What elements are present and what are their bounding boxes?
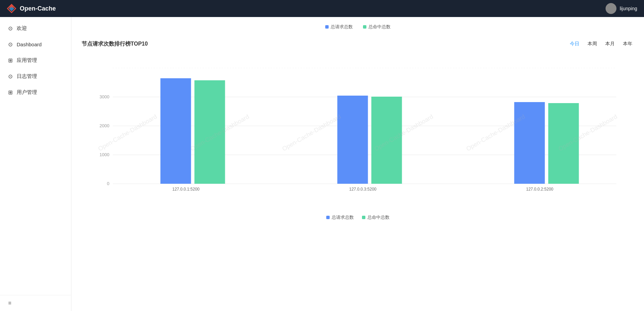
bottom-dot-hits xyxy=(362,216,365,219)
logo-icon xyxy=(7,4,16,13)
sidebar-label-log: 日志管理 xyxy=(17,73,37,80)
svg-text:127.0.0.1:5200: 127.0.0.1:5200 xyxy=(172,187,199,192)
filter-today[interactable]: 今日 xyxy=(568,40,581,48)
legend-label-requests: 总请求总数 xyxy=(331,24,353,30)
sidebar-label-welcome: 欢迎 xyxy=(17,25,27,32)
menu-icon: ≡ xyxy=(8,300,11,306)
bar-group2-requests xyxy=(337,96,368,184)
sidebar-item-app-management[interactable]: ⊞ 应用管理 xyxy=(0,52,71,68)
bottom-dot-requests xyxy=(326,216,330,219)
bar-group3-requests xyxy=(514,102,545,184)
sidebar-item-welcome[interactable]: ⊙ 欢迎 xyxy=(0,20,71,36)
legend-dot-hits xyxy=(363,25,366,29)
bottom-legend-hits: 总命中总数 xyxy=(362,214,390,220)
top-legend: 总请求总数 总命中总数 xyxy=(82,24,634,30)
chart-section: 节点请求次数排行榜TOP10 今日 本周 本月 本年 Open-Cache-Da… xyxy=(82,33,634,227)
chart-legend-bottom: 总请求总数 总命中总数 xyxy=(82,214,634,220)
filter-month[interactable]: 本月 xyxy=(604,40,616,48)
clock-icon: ⊙ xyxy=(8,25,13,32)
sidebar: ⊙ 欢迎 ⊙ Dashboard ⊞ 应用管理 ⊙ 日志管理 ⊞ 用户管理 ≡ xyxy=(0,17,71,311)
sidebar-item-user-management[interactable]: ⊞ 用户管理 xyxy=(0,84,71,100)
filter-year[interactable]: 本年 xyxy=(622,40,634,48)
svg-text:127.0.0.3:5200: 127.0.0.3:5200 xyxy=(349,187,376,192)
bar-chart-container: Open-Cache-Dashboard Open-Cache-Dashboar… xyxy=(82,54,634,211)
username: lijunping xyxy=(620,6,637,11)
sidebar-collapse-button[interactable]: ≡ xyxy=(0,295,71,311)
bar-chart-svg: 0 1000 2000 3000 127.0.0.1:5200 xyxy=(82,54,634,197)
chart-filters: 今日 本周 本月 本年 xyxy=(568,40,634,48)
filter-week[interactable]: 本周 xyxy=(586,40,598,48)
sidebar-item-log-management[interactable]: ⊙ 日志管理 xyxy=(0,68,71,84)
bottom-label-hits: 总命中总数 xyxy=(367,214,390,220)
svg-text:1000: 1000 xyxy=(100,152,110,157)
svg-text:2000: 2000 xyxy=(100,123,110,128)
logo-text: Open-Cache xyxy=(20,5,56,12)
legend-label-hits: 总命中总数 xyxy=(368,24,391,30)
legend-total-requests: 总请求总数 xyxy=(325,24,353,30)
bar-group1-hits xyxy=(195,80,225,184)
avatar xyxy=(606,3,616,14)
legend-dot-requests xyxy=(325,25,329,29)
bar-group1-requests xyxy=(161,78,191,184)
chart-title: 节点请求次数排行榜TOP10 xyxy=(82,40,148,48)
user-info: lijunping xyxy=(606,3,637,14)
user-icon: ⊞ xyxy=(8,89,13,96)
svg-text:3000: 3000 xyxy=(100,94,110,99)
log-icon: ⊙ xyxy=(8,73,13,80)
bar-group2-hits xyxy=(371,97,402,184)
main-content: 总请求总数 总命中总数 节点请求次数排行榜TOP10 今日 本周 本月 本年 xyxy=(71,17,644,311)
legend-total-hits: 总命中总数 xyxy=(363,24,391,30)
app-icon: ⊞ xyxy=(8,57,13,64)
sidebar-nav: ⊙ 欢迎 ⊙ Dashboard ⊞ 应用管理 ⊙ 日志管理 ⊞ 用户管理 xyxy=(0,17,71,295)
dashboard-icon: ⊙ xyxy=(8,41,13,48)
layout: ⊙ 欢迎 ⊙ Dashboard ⊞ 应用管理 ⊙ 日志管理 ⊞ 用户管理 ≡ xyxy=(0,17,644,311)
sidebar-label-app: 应用管理 xyxy=(17,57,37,64)
bottom-legend-requests: 总请求总数 xyxy=(326,214,354,220)
sidebar-label-user: 用户管理 xyxy=(17,89,37,96)
chart-header: 节点请求次数排行榜TOP10 今日 本周 本月 本年 xyxy=(82,40,634,48)
sidebar-label-dashboard: Dashboard xyxy=(17,42,42,47)
bottom-label-requests: 总请求总数 xyxy=(332,214,354,220)
svg-text:0: 0 xyxy=(107,181,109,186)
bar-group3-hits xyxy=(548,103,579,184)
logo: Open-Cache xyxy=(7,4,56,13)
sidebar-item-dashboard[interactable]: ⊙ Dashboard xyxy=(0,36,71,52)
content-area: 总请求总数 总命中总数 节点请求次数排行榜TOP10 今日 本周 本月 本年 xyxy=(71,17,644,311)
header: Open-Cache lijunping xyxy=(0,0,644,17)
svg-text:127.0.0.2:5200: 127.0.0.2:5200 xyxy=(526,187,553,192)
